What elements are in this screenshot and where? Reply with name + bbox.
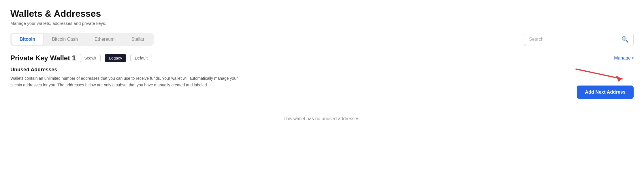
right-side: Add Next Address [570, 67, 634, 99]
addresses-description: Wallets contain an unlimited number of a… [10, 75, 247, 88]
manage-label: Manage [614, 55, 631, 61]
addresses-header: Unused Addresses Wallets contain an unli… [10, 67, 634, 99]
segwit-badge[interactable]: Segwit [80, 54, 101, 62]
page-title: Wallets & Addresses [10, 8, 634, 19]
search-bar: 🔍 [524, 33, 634, 46]
search-input[interactable] [529, 37, 619, 42]
wallet-header: Private Key Wallet 1 Segwit Legacy Defau… [10, 54, 634, 62]
tab-ethereum[interactable]: Ethereum [86, 34, 123, 45]
empty-message: This wallet has no unused addresses. [10, 110, 634, 127]
legacy-badge[interactable]: Legacy [105, 54, 126, 62]
default-badge[interactable]: Default [130, 54, 152, 62]
add-next-address-button[interactable]: Add Next Address [577, 86, 634, 99]
addresses-title-area: Unused Addresses Wallets contain an unli… [10, 67, 247, 88]
red-arrow-icon [570, 67, 634, 83]
chevron-down-icon: ▾ [632, 56, 634, 60]
page-header: Wallets & Addresses Manage your wallets,… [10, 8, 634, 26]
wallet-title-area: Private Key Wallet 1 Segwit Legacy Defau… [10, 54, 152, 62]
page-subtitle: Manage your wallets, addresses and priva… [10, 21, 634, 26]
top-bar: Bitcoin Bitcoin Cash Ethereum Stellar 🔍 [10, 33, 634, 46]
tabs-container: Bitcoin Bitcoin Cash Ethereum Stellar [10, 33, 154, 46]
tab-stellar[interactable]: Stellar [123, 34, 152, 45]
svg-line-0 [576, 69, 622, 79]
arrow-wrapper [570, 67, 634, 83]
addresses-section: Unused Addresses Wallets contain an unli… [10, 67, 634, 99]
search-icon[interactable]: 🔍 [622, 36, 629, 43]
tab-bitcoin-cash[interactable]: Bitcoin Cash [44, 34, 86, 45]
wallet-name: Private Key Wallet 1 [10, 54, 76, 62]
addresses-title: Unused Addresses [10, 67, 247, 73]
tab-bitcoin[interactable]: Bitcoin [12, 34, 43, 45]
manage-button[interactable]: Manage ▾ [614, 55, 634, 61]
svg-marker-1 [616, 75, 622, 82]
wallet-section: Private Key Wallet 1 Segwit Legacy Defau… [10, 54, 634, 99]
